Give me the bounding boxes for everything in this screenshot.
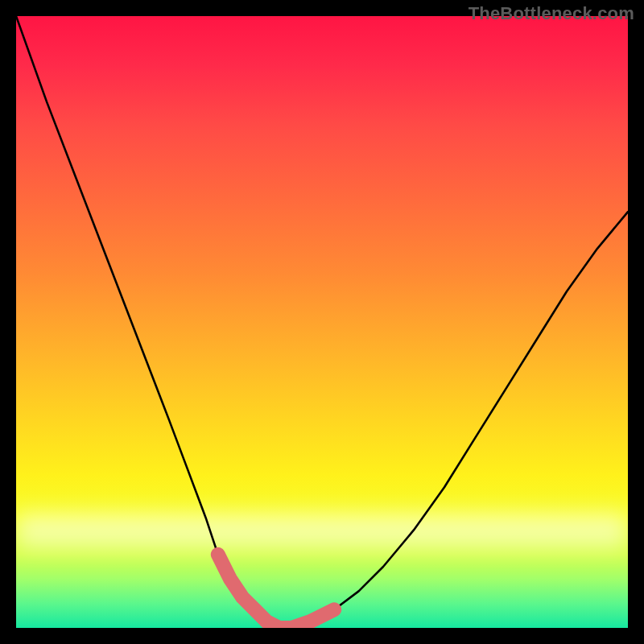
watermark-text: TheBottleneck.com <box>469 3 634 24</box>
chart-frame: TheBottleneck.com <box>0 0 644 644</box>
optimal-range-highlight <box>16 16 628 628</box>
plot-area <box>16 16 628 628</box>
